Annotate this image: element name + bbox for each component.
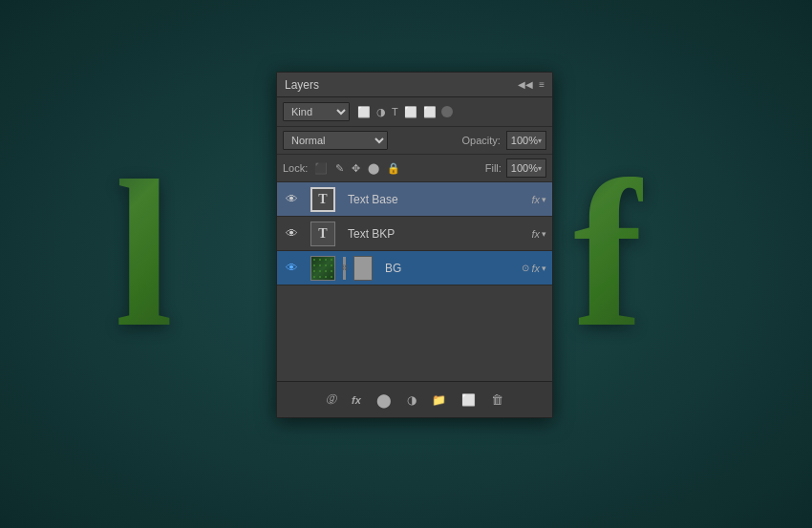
layer-thumbnail-bg [310,256,335,281]
visibility-toggle-text-base[interactable]: 👁 [283,191,300,208]
fill-arrow-icon: ▾ [538,164,542,173]
create-layer-icon[interactable]: ⬜ [458,391,480,409]
layer-expand-text-bkp[interactable]: ▾ [542,229,546,239]
layer-thumb-container: ⛓ [305,256,378,281]
visibility-toggle-bg[interactable]: 👁 [283,260,300,277]
add-fx-icon[interactable]: fx [348,392,365,408]
layer-expand-text-base[interactable]: ▾ [542,195,546,204]
bg-letter-l: l [115,134,173,375]
create-group-folder-icon[interactable]: 📁 [428,391,450,409]
lock-icon[interactable]: 🔒 [385,161,402,176]
lock-all-icon[interactable]: ⬤ [366,161,381,176]
lock-icons-group: ⬛ ✎ ✥ ⬤ 🔒 [312,161,402,176]
visibility-toggle-text-bkp[interactable]: 👁 [283,225,300,243]
create-fill-icon[interactable]: ◑ [403,391,420,409]
layer-fx-bg: fx [531,263,540,274]
opacity-value[interactable]: 100% [511,135,538,146]
filter-toggle-icon[interactable] [441,106,453,117]
opacity-label: Opacity: [462,135,501,146]
add-mask-icon[interactable]: ⬤ [373,391,395,410]
bg-letter-a: f [573,134,643,375]
layers-panel: Layers ◀◀ ≡ Kind Name Effect Mode Attrib… [276,72,553,418]
smart-filter-icon: ⊙ [522,263,529,273]
panel-header: Layers ◀◀ ≡ [277,73,552,97]
filter-icons: ⬜ ◑ T ⬜ ⬜ [356,105,453,119]
lock-pixels-icon[interactable]: ⬛ [312,161,330,176]
panel-footer: ⓖ fx ⬤ ◑ 📁 ⬜ 🗑 [277,381,552,417]
lock-position-icon[interactable]: ✎ [333,161,346,176]
filter-pixel-icon[interactable]: ⬜ [356,105,372,119]
lock-row: Lock: ⬛ ✎ ✥ ⬤ 🔒 Fill: 100% ▾ [277,155,552,182]
layer-expand-bg[interactable]: ▾ [542,264,546,273]
lock-label: Lock: [283,162,308,174]
filter-smart-icon[interactable]: ⬜ [422,105,438,119]
layer-item[interactable]: 👁 T Text Base fx ▾ [277,182,552,217]
filter-adjustment-icon[interactable]: ◑ [375,105,387,119]
layer-name-text-base: Text Base [348,193,531,206]
panel-header-controls: ◀◀ ≡ [518,79,545,90]
layer-fx-text-base: fx [531,194,540,205]
lock-artboard-icon[interactable]: ✥ [350,161,362,176]
layer-fx-text-bkp: fx [531,228,540,240]
collapse-icon[interactable]: ◀◀ [518,79,533,90]
panel-title: Layers [285,78,319,92]
layer-name-bg: BG [385,262,522,275]
layer-item[interactable]: 👁 T Text BKP fx ▾ [277,217,552,251]
layer-name-text-bkp: Text BKP [348,227,531,241]
fill-label: Fill: [485,162,502,174]
chain-link: ⛓ [343,257,346,280]
layer-thumb-container: T [305,222,341,246]
filter-type-icon[interactable]: T [391,105,399,118]
fill-value[interactable]: 100% [511,162,538,174]
filter-select[interactable]: Kind Name Effect Mode Attribute Color [283,102,350,121]
layers-list: 👁 T Text Base fx ▾ 👁 T Text BKP fx ▾ 👁 ⛓ [277,182,552,285]
blend-mode-select[interactable]: Normal Dissolve Multiply Screen Overlay [283,131,388,150]
filter-shape-icon[interactable]: ⬜ [403,105,418,119]
delete-layer-icon[interactable]: 🗑 [487,391,507,409]
layer-thumbnail-text-base: T [310,187,335,212]
layers-empty-area [277,285,552,381]
layer-mask-bg [353,256,373,281]
layer-thumbnail-text-bkp: T [310,222,335,246]
opacity-arrow-icon: ▾ [538,137,542,145]
panel-menu-icon[interactable]: ≡ [539,79,545,90]
link-layers-icon[interactable]: ⓖ [322,391,340,409]
filter-row: Kind Name Effect Mode Attribute Color ⬜ … [277,97,552,127]
layer-item[interactable]: 👁 ⛓ BG ⊙ fx ▾ [277,251,552,285]
blend-mode-row: Normal Dissolve Multiply Screen Overlay … [277,127,552,155]
layer-thumb-container: T [305,187,341,212]
